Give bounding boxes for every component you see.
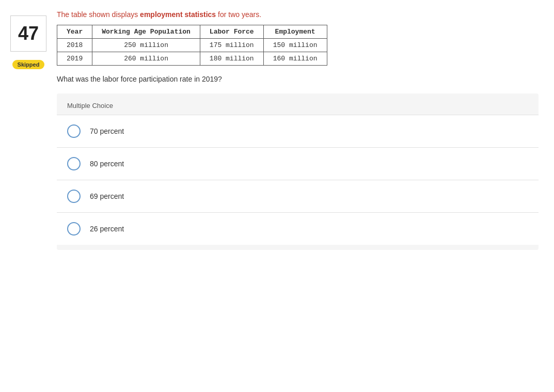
question-number-column: 47 Skipped xyxy=(0,10,57,250)
cell-year-2018: 2018 xyxy=(57,39,92,52)
cell-emp-2018: 150 million xyxy=(263,39,327,52)
choice-b[interactable]: 80 percent xyxy=(57,147,539,180)
choices-wrapper: 70 percent 80 percent 69 percent 26 perc… xyxy=(57,115,539,245)
cell-year-2019: 2019 xyxy=(57,52,92,66)
cell-wap-2019: 260 million xyxy=(92,52,200,66)
cell-lf-2019: 180 million xyxy=(200,52,263,66)
intro-text: The table shown displays employment stat… xyxy=(57,10,539,19)
intro-highlight: employment statistics xyxy=(140,10,216,19)
radio-d[interactable] xyxy=(67,222,81,236)
content-column: The table shown displays employment stat… xyxy=(57,10,554,250)
question-number: 47 xyxy=(10,15,46,52)
question-text: What was the labor force participation r… xyxy=(57,75,539,83)
choice-d[interactable]: 26 percent xyxy=(57,212,539,245)
cell-lf-2018: 175 million xyxy=(200,39,263,52)
multiple-choice-section: Multiple Choice 70 percent 80 percent 69… xyxy=(57,93,539,250)
table-row: 2018 250 million 175 million 150 million xyxy=(57,39,327,52)
col-header-working-age: Working Age Population xyxy=(92,25,200,39)
choice-c-label: 69 percent xyxy=(90,192,124,200)
col-header-employment: Employment xyxy=(263,25,327,39)
radio-c[interactable] xyxy=(67,190,81,203)
radio-a[interactable] xyxy=(67,124,81,138)
cell-wap-2018: 250 million xyxy=(92,39,200,52)
choice-b-label: 80 percent xyxy=(90,160,124,168)
radio-b[interactable] xyxy=(67,157,81,170)
choice-d-label: 26 percent xyxy=(90,225,124,233)
data-table: Year Working Age Population Labor Force … xyxy=(57,25,327,66)
col-header-year: Year xyxy=(57,25,92,39)
choice-a-label: 70 percent xyxy=(90,127,124,135)
table-row: 2019 260 million 180 million 160 million xyxy=(57,52,327,66)
skipped-badge: Skipped xyxy=(12,60,45,69)
choice-a[interactable]: 70 percent xyxy=(57,115,539,147)
col-header-labor-force: Labor Force xyxy=(200,25,263,39)
choice-c[interactable]: 69 percent xyxy=(57,180,539,212)
multiple-choice-label: Multiple Choice xyxy=(57,102,539,109)
cell-emp-2019: 160 million xyxy=(263,52,327,66)
